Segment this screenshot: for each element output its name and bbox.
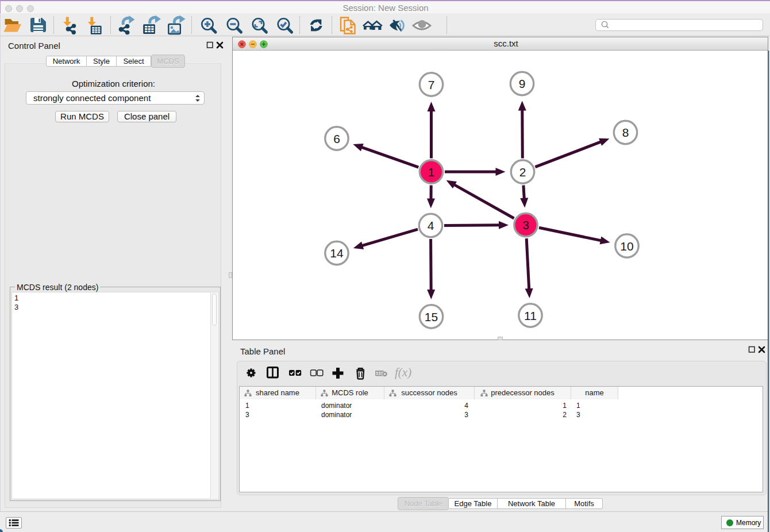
svg-text:2: 2 <box>519 165 526 179</box>
svg-text:8: 8 <box>622 126 629 139</box>
svg-text:1: 1 <box>428 165 435 179</box>
svg-text:3: 3 <box>522 218 529 232</box>
svg-text:4: 4 <box>428 219 434 232</box>
svg-text:f(x): f(x) <box>395 365 411 379</box>
svg-text:11: 11 <box>524 309 537 322</box>
svg-text:6: 6 <box>333 132 340 145</box>
svg-text:15: 15 <box>425 310 438 323</box>
svg-text:14: 14 <box>330 246 344 260</box>
svg-text:7: 7 <box>428 78 435 91</box>
svg-text:9: 9 <box>519 77 526 90</box>
svg-text:10: 10 <box>620 240 633 253</box>
